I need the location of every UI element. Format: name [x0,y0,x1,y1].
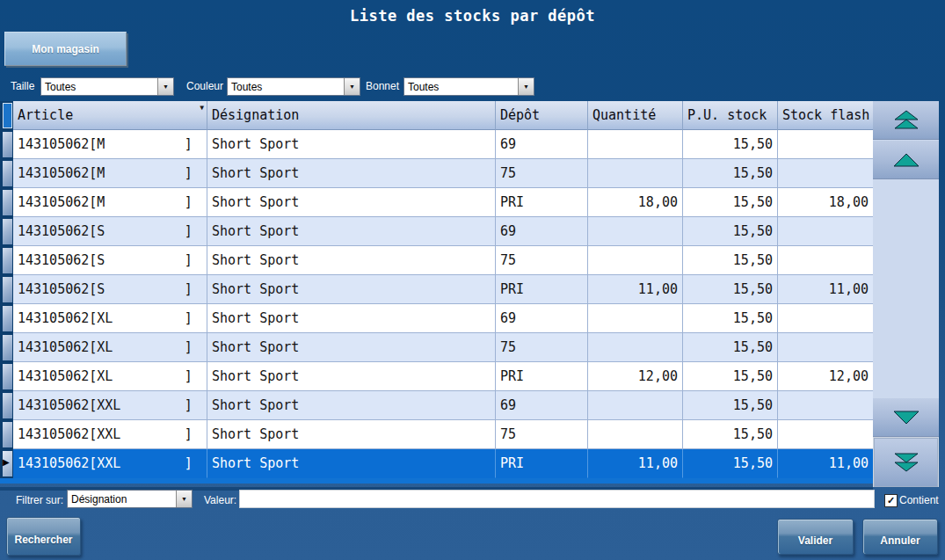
current-row-arrow-icon: ▶ [3,458,10,467]
cell-pu-stock: 15,50 [683,159,778,188]
filtrer-sur-select[interactable]: Désignation ▼ [67,490,193,508]
valider-button[interactable]: Valider [777,519,854,555]
row-gutter-bar [3,393,12,418]
row-gutter-bar [3,248,12,273]
cell-designation: Short Sport [207,362,496,391]
table-row[interactable]: ▶ 143105062[M ] Short Sport PRI 18,00 15… [0,188,873,217]
cell-quantite: 18,00 [588,188,683,217]
cell-article: 143105062[XL ] [13,333,207,362]
row-gutter-cell[interactable]: ▶ [0,304,13,333]
up-arrow-icon [891,152,921,168]
cell-quantite: 11,00 [588,449,683,478]
valeur-input[interactable] [239,490,875,508]
cell-designation: Short Sport [207,304,496,333]
table-row[interactable]: ▶ 143105062[XL ] Short Sport 69 15,50 [0,304,873,333]
table-row[interactable]: ▶ 143105062[S ] Short Sport 75 15,50 [0,246,873,275]
scroll-up-button[interactable] [873,141,939,179]
table-row[interactable]: ▶ 143105062[S ] Short Sport 69 15,50 [0,217,873,246]
row-gutter-cell[interactable]: ▶ [0,217,13,246]
table-row[interactable]: ▶ 143105062[M ] Short Sport 75 15,50 [0,159,873,188]
tab-mon-magasin[interactable]: Mon magasin [4,32,127,66]
couleur-select[interactable]: Toutes ▼ [227,77,360,96]
contient-label: Contient [899,494,939,506]
cell-pu-stock: 15,50 [683,275,778,304]
valider-button-label: Valider [798,535,832,547]
row-gutter-cell[interactable]: ▶ [0,130,13,159]
double-up-arrow-icon [891,110,921,131]
chevron-down-icon[interactable]: ▼ [518,78,534,95]
annuler-button[interactable]: Annuler [862,519,938,555]
chevron-down-icon[interactable]: ▼ [176,491,192,507]
scroll-last-button[interactable] [873,437,939,487]
cell-article: 143105062[XXL ] [13,391,207,420]
column-header-depot[interactable]: Dépôt [496,101,588,130]
tab-mon-magasin-label: Mon magasin [32,43,99,55]
cell-designation: Short Sport [207,130,496,159]
bonnet-select[interactable]: Toutes ▼ [403,77,534,96]
column-header-stock-flash[interactable]: Stock flash [778,101,873,130]
cell-pu-stock: 15,50 [683,188,778,217]
cell-depot: 75 [496,159,588,188]
column-header-designation[interactable]: Désignation [207,101,496,130]
cell-quantite [588,159,683,188]
row-gutter-cell[interactable]: ▶ [0,333,13,362]
cell-article: 143105062[S ] [13,217,207,246]
row-gutter-cell[interactable]: ▶ [0,275,13,304]
row-gutter-cell[interactable]: ▶ [0,362,13,391]
cell-stock-flash: 12,00 [778,362,873,391]
cell-stock-flash: 11,00 [778,275,873,304]
filtrer-sur-label: Filtrer sur: [16,494,63,506]
column-header-article[interactable]: Article ▼ [13,101,207,130]
taille-select[interactable]: Toutes ▼ [40,77,174,96]
table-header-row: Article ▼ Désignation Dépôt Quantité P.U… [0,101,873,130]
row-gutter-cell[interactable]: ▶ [0,246,13,275]
couleur-label: Couleur [186,80,223,92]
row-gutter-cell[interactable]: ▶ [0,420,13,449]
table-row[interactable]: ▶ 143105062[XXL ] Short Sport 69 15,50 [0,391,873,420]
cell-pu-stock: 15,50 [683,246,778,275]
stock-table: Article ▼ Désignation Dépôt Quantité P.U… [0,101,873,491]
cell-designation: Short Sport [207,217,496,246]
table-row[interactable]: ▶ 143105062[XL ] Short Sport PRI 12,00 1… [0,362,873,391]
header-gutter-cell [0,101,13,130]
table-row[interactable]: ▶ 143105062[XXL ] Short Sport 75 15,50 [0,420,873,449]
cell-quantite: 12,00 [588,362,683,391]
app-window: Liste des stocks par dépôt Mon magasin T… [0,0,945,560]
contient-checkbox[interactable]: ✓ [884,494,898,507]
cell-depot: 69 [496,130,588,159]
cell-pu-stock: 15,50 [683,391,778,420]
table-row[interactable]: ▶ 143105062[M ] Short Sport 69 15,50 [0,130,873,159]
cell-depot: 69 [496,217,588,246]
row-gutter-cell[interactable]: ▶ [0,449,13,478]
row-gutter-bar [3,190,12,215]
chevron-down-icon[interactable]: ▼ [344,78,360,95]
column-header-pu-stock[interactable]: P.U. stock [683,101,778,130]
partial-next-row [0,478,873,484]
cell-designation: Short Sport [207,188,496,217]
rechercher-button[interactable]: Rechercher [6,517,81,556]
cell-designation: Short Sport [207,159,496,188]
down-arrow-icon [891,410,921,425]
gutter-marker [3,103,12,128]
cell-quantite [588,130,683,159]
row-gutter-cell[interactable]: ▶ [0,159,13,188]
sort-descending-icon: ▼ [200,104,204,112]
column-header-quantite[interactable]: Quantité [588,101,683,130]
row-gutter-bar [3,306,12,331]
cell-depot: 69 [496,391,588,420]
valeur-label: Valeur: [204,494,236,506]
scroll-first-button[interactable] [873,101,939,140]
table-row[interactable]: ▶ 143105062[S ] Short Sport PRI 11,00 15… [0,275,873,304]
row-gutter-cell[interactable]: ▶ [0,391,13,420]
scroll-down-button[interactable] [873,398,939,437]
cell-quantite [588,333,683,362]
table-row[interactable]: ▶ 143105062[XXL ] Short Sport PRI 11,00 … [0,449,873,478]
couleur-select-value: Toutes [228,78,344,95]
chevron-down-icon[interactable]: ▼ [157,78,173,95]
row-gutter-bar [3,422,12,447]
cell-stock-flash: 11,00 [778,449,873,478]
cell-article: 143105062[M ] [13,159,207,188]
row-gutter-cell[interactable]: ▶ [0,188,13,217]
filtrer-sur-select-value: Désignation [68,491,176,507]
table-row[interactable]: ▶ 143105062[XL ] Short Sport 75 15,50 [0,333,873,362]
